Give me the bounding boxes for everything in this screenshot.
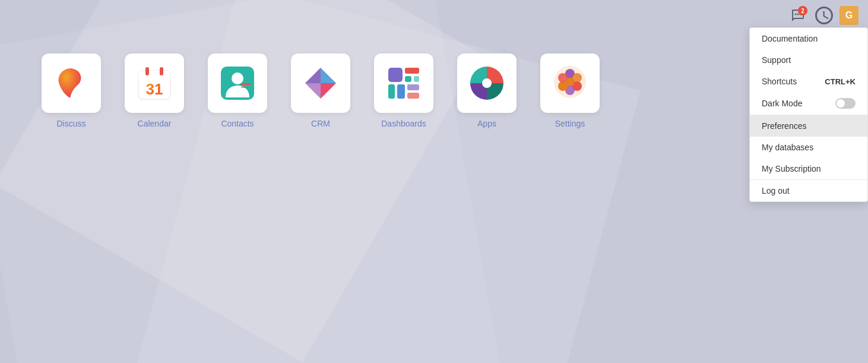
svg-rect-5	[145, 67, 149, 75]
app-label-contacts: Contacts	[221, 119, 254, 128]
chat-badge: 2	[798, 6, 807, 15]
svg-rect-14	[405, 68, 419, 74]
topbar: 2 G	[778, 0, 868, 31]
crm-icon	[302, 64, 340, 103]
mysubscription-label: My Subscription	[762, 164, 821, 173]
svg-point-30	[566, 78, 574, 86]
settings-icon	[552, 65, 588, 101]
app-label-discuss: Discuss	[56, 119, 85, 128]
mydatabases-label: My databases	[762, 143, 813, 152]
app-item-apps[interactable]: Apps	[451, 53, 522, 128]
menu-item-logout[interactable]: Log out	[750, 180, 867, 201]
app-label-apps: Apps	[477, 119, 496, 128]
main-content: Discuss 31	[0, 30, 641, 152]
preferences-label: Preferences	[762, 121, 806, 131]
app-icon-calendar: 31	[125, 53, 184, 113]
menu-section-3: Log out	[750, 180, 867, 201]
dashboards-icon	[385, 65, 422, 102]
app-item-discuss[interactable]: Discuss	[36, 53, 107, 128]
calendar-icon: 31	[134, 62, 175, 104]
svg-rect-19	[407, 84, 419, 90]
clock-button[interactable]	[813, 5, 835, 26]
documentation-label: Documentation	[762, 34, 818, 43]
apps-icon	[465, 62, 508, 105]
menu-item-documentation[interactable]: Documentation	[750, 28, 867, 49]
app-icon-apps	[457, 53, 517, 113]
svg-rect-20	[407, 93, 419, 99]
contacts-icon	[220, 65, 255, 101]
app-icon-discuss	[42, 53, 101, 113]
app-label-calendar: Calendar	[138, 119, 172, 128]
app-grid: Discuss 31	[36, 53, 606, 128]
darkmode-label: Dark Mode	[762, 99, 802, 108]
menu-item-mysubscription[interactable]: My Subscription	[750, 158, 867, 179]
shortcuts-shortcut: CTRL+K	[825, 77, 856, 86]
svg-rect-15	[405, 76, 411, 82]
user-dropdown-menu: Documentation Support Shortcuts CTRL+K D…	[749, 27, 868, 202]
menu-item-mydatabases[interactable]: My databases	[750, 137, 867, 158]
menu-section-2: Preferences My databases My Subscription	[750, 115, 867, 180]
app-label-crm: CRM	[311, 119, 330, 128]
svg-rect-10	[241, 83, 251, 85]
darkmode-toggle[interactable]	[835, 98, 856, 109]
svg-rect-13	[388, 68, 403, 82]
app-icon-crm	[291, 53, 350, 113]
app-icon-settings	[540, 53, 600, 113]
support-label: Support	[762, 55, 791, 65]
menu-item-shortcuts[interactable]: Shortcuts CTRL+K	[750, 71, 867, 92]
svg-point-9	[232, 72, 243, 84]
user-avatar-button[interactable]: G	[840, 6, 859, 25]
logout-label: Log out	[762, 186, 790, 195]
menu-item-preferences[interactable]: Preferences	[750, 115, 867, 137]
menu-item-support[interactable]: Support	[750, 49, 867, 71]
app-label-dashboards: Dashboards	[381, 119, 426, 128]
clock-icon	[813, 5, 835, 26]
svg-point-21	[482, 78, 492, 88]
shortcuts-label: Shortcuts	[762, 77, 797, 86]
svg-rect-16	[414, 76, 419, 82]
app-label-settings: Settings	[555, 119, 585, 128]
chat-button[interactable]: 2	[787, 5, 809, 26]
svg-rect-17	[388, 84, 395, 99]
app-item-calendar[interactable]: 31 Calendar	[119, 53, 190, 128]
svg-text:31: 31	[146, 80, 163, 98]
svg-rect-6	[160, 67, 163, 75]
app-icon-dashboards	[374, 53, 433, 113]
menu-item-darkmode[interactable]: Dark Mode	[750, 92, 867, 115]
svg-rect-11	[241, 87, 248, 88]
svg-point-0	[795, 14, 797, 15]
discuss-icon	[53, 65, 89, 101]
menu-section-1: Documentation Support Shortcuts CTRL+K D…	[750, 28, 867, 115]
app-item-crm[interactable]: CRM	[285, 53, 356, 128]
app-item-settings[interactable]: Settings	[534, 53, 606, 128]
app-item-contacts[interactable]: Contacts	[202, 53, 273, 128]
app-item-dashboards[interactable]: Dashboards	[368, 53, 439, 128]
app-icon-contacts	[208, 53, 267, 113]
svg-rect-18	[397, 84, 405, 99]
